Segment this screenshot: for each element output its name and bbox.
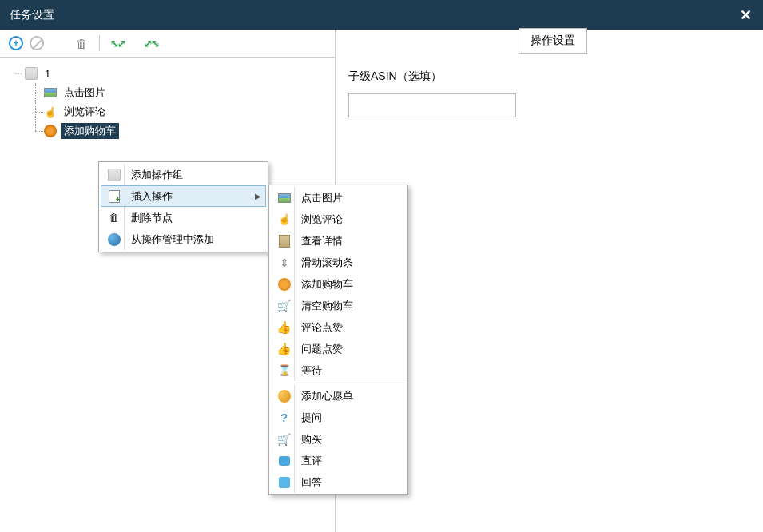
- submenu-item-review-like[interactable]: 👍 评论点赞: [271, 316, 406, 338]
- toolbar: + 🗑 ⤡⤢ ⤢⤡: [0, 30, 335, 58]
- toolbar-separator: [99, 35, 100, 51]
- tree-item-label: 浏览评论: [61, 104, 109, 120]
- submenu-item-ask[interactable]: ? 提问: [271, 407, 406, 428]
- hand-icon: ☝: [277, 212, 292, 227]
- close-icon[interactable]: ✕: [737, 6, 753, 24]
- trash-icon: 🗑: [76, 37, 88, 50]
- submenu-item-buy[interactable]: 🛒 购买: [271, 428, 406, 450]
- context-submenu: 点击图片 ☝ 浏览评论 查看详情 ⇕ 滑动滚动条 添加购物车 🛒 清空购物车: [268, 185, 408, 495]
- submenu-item-direct-review[interactable]: 直评: [271, 450, 406, 471]
- submenu-item-add-cart[interactable]: 添加购物车: [271, 273, 406, 295]
- submenu-item-question-like[interactable]: 👍 问题点赞: [271, 338, 406, 359]
- delete-button[interactable]: 🗑: [72, 34, 91, 53]
- submenu-item-click-image[interactable]: 点击图片: [271, 187, 406, 208]
- hourglass-icon: ⌛: [277, 363, 292, 378]
- submenu-item-add-wishlist[interactable]: 添加心愿单: [271, 385, 406, 407]
- menu-item-add-group[interactable]: 添加操作组: [101, 164, 266, 185]
- tab-operation-settings[interactable]: 操作设置: [519, 28, 587, 54]
- asin-field-label: 子级ASIN（选填）: [348, 69, 753, 84]
- asin-input[interactable]: [348, 93, 516, 117]
- menu-item-delete-node[interactable]: 🗑 删除节点: [101, 207, 266, 228]
- image-icon: [277, 191, 292, 205]
- action-tree: ⋯ 1 点击图片 ☝ 浏览评论 添加购物车: [0, 58, 335, 141]
- cursor-icon: [24, 66, 38, 81]
- detail-icon: [277, 234, 292, 248]
- image-icon: [43, 85, 58, 100]
- globe-icon: [107, 232, 121, 247]
- cart-add-icon: [43, 124, 58, 138]
- dialog-title: 任务设置: [10, 8, 54, 22]
- cart-add-icon: [277, 277, 292, 292]
- thumb-up-icon: 👍: [277, 320, 292, 335]
- content-area: + 🗑 ⤡⤢ ⤢⤡ ⋯ 1 点击图片: [0, 30, 763, 532]
- question-icon: ?: [277, 411, 292, 425]
- tree-root[interactable]: ⋯ 1: [14, 64, 335, 83]
- tree-item-label: 添加购物车: [61, 123, 119, 139]
- hand-icon: ☝: [43, 105, 58, 119]
- titlebar: 任务设置 ✕: [0, 0, 763, 30]
- submenu-item-answer[interactable]: 回答: [271, 471, 406, 493]
- add-button[interactable]: +: [6, 34, 26, 53]
- plus-circle-icon: +: [9, 36, 23, 50]
- document-plus-icon: [107, 189, 121, 204]
- disabled-circle-icon: [30, 36, 44, 50]
- submenu-item-view-details[interactable]: 查看详情: [271, 230, 406, 252]
- submenu-item-wait[interactable]: ⌛ 等待: [271, 359, 406, 381]
- submenu-item-scroll[interactable]: ⇕ 滑动滚动条: [271, 252, 406, 273]
- disabled-button: [27, 34, 46, 53]
- tree-root-label: 1: [42, 67, 54, 81]
- context-menu: 添加操作组 插入操作 ▶ 🗑 删除节点 从操作管理中添加: [98, 161, 268, 252]
- buy-icon: 🛒: [277, 432, 292, 447]
- expand-button[interactable]: ⤡⤢: [108, 34, 127, 53]
- wishlist-icon: [277, 389, 292, 403]
- chat-icon: [277, 454, 292, 468]
- menu-item-insert-action[interactable]: 插入操作 ▶: [101, 185, 266, 207]
- tree-item[interactable]: ☝ 浏览评论: [29, 102, 335, 121]
- thumb-up-icon: 👍: [277, 342, 292, 356]
- cursor-icon: [107, 168, 121, 182]
- tree-panel: + 🗑 ⤡⤢ ⤢⤡ ⋯ 1 点击图片: [0, 30, 336, 532]
- tree-item-label: 点击图片: [61, 85, 109, 101]
- collapse-icon: ⤢⤡: [144, 38, 158, 50]
- cart-empty-icon: 🛒: [277, 299, 292, 313]
- trash-icon: 🗑: [107, 211, 121, 225]
- submenu-item-empty-cart[interactable]: 🛒 清空购物车: [271, 295, 406, 316]
- submenu-item-browse-reviews[interactable]: ☝ 浏览评论: [271, 208, 406, 230]
- collapse-button[interactable]: ⤢⤡: [141, 34, 161, 53]
- tree-item-selected[interactable]: 添加购物车: [29, 121, 335, 141]
- submenu-arrow-icon: ▶: [255, 192, 261, 200]
- expand-icon: ⤡⤢: [110, 38, 125, 50]
- menu-separator: [295, 383, 406, 383]
- scroll-icon: ⇕: [277, 256, 292, 270]
- answer-icon: [277, 475, 292, 490]
- menu-item-add-from-manager[interactable]: 从操作管理中添加: [101, 228, 266, 250]
- tree-item[interactable]: 点击图片: [29, 83, 335, 102]
